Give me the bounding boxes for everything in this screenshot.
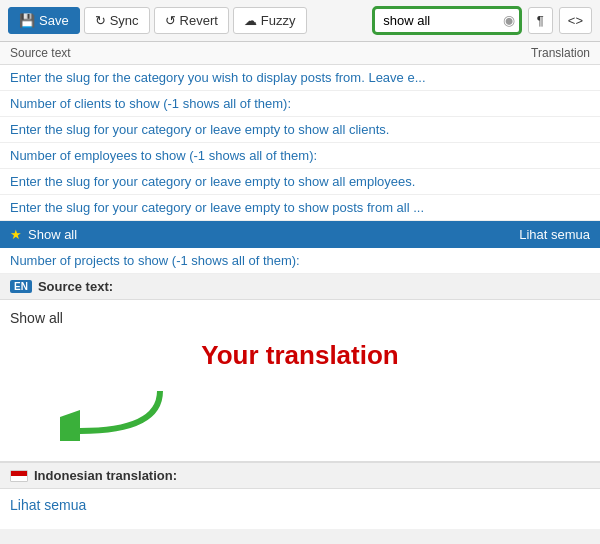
selected-row-left: ★ Show all — [10, 227, 77, 242]
source-rows: Enter the slug for the category you wish… — [0, 65, 600, 221]
code-icon: <> — [568, 13, 583, 28]
list-item[interactable]: Number of employees to show (-1 shows al… — [0, 143, 600, 169]
row-text: Enter the slug for your category or leav… — [10, 122, 389, 137]
list-item[interactable]: Number of clients to show (-1 shows all … — [0, 91, 600, 117]
sync-button[interactable]: ↻ Sync — [84, 7, 150, 34]
table-header: Source text Translation — [0, 42, 600, 65]
save-icon: 💾 — [19, 13, 35, 28]
save-label: Save — [39, 13, 69, 28]
row-text: Enter the slug for the category you wish… — [10, 70, 426, 85]
search-container: ◉ — [372, 6, 522, 35]
sync-icon: ↻ — [95, 13, 106, 28]
code-button[interactable]: <> — [559, 7, 592, 34]
source-text-area: Show all Your translation — [0, 300, 600, 462]
sync-label: Sync — [110, 13, 139, 28]
paragraph-icon: ¶ — [537, 13, 544, 28]
list-item[interactable]: Enter the slug for your category or leav… — [0, 169, 600, 195]
selected-row-label: Show all — [28, 227, 77, 242]
paragraph-button[interactable]: ¶ — [528, 7, 553, 34]
translation-content[interactable]: Lihat semua — [0, 489, 600, 529]
lang-badge: EN — [10, 280, 32, 293]
source-section-label: Source text: — [38, 279, 113, 294]
row-text: Enter the slug for your category or leav… — [10, 174, 415, 189]
source-section-header: EN Source text: — [0, 274, 600, 300]
selected-row-translation: Lihat semua — [519, 227, 590, 242]
sub-info-row[interactable]: Number of projects to show (-1 shows all… — [0, 248, 600, 274]
fuzzy-button[interactable]: ☁ Fuzzy — [233, 7, 307, 34]
fuzzy-label: Fuzzy — [261, 13, 296, 28]
list-item[interactable]: Enter the slug for your category or leav… — [0, 117, 600, 143]
translation-value: Lihat semua — [10, 497, 86, 513]
search-input[interactable] — [375, 9, 495, 32]
list-item[interactable]: Enter the slug for the category you wish… — [0, 65, 600, 91]
source-text-value: Show all — [10, 310, 590, 326]
translation-header: Translation — [531, 46, 590, 60]
selected-row[interactable]: ★ Show all Lihat semua — [0, 221, 600, 248]
row-text: Number of clients to show (-1 shows all … — [10, 96, 291, 111]
search-wrapper: ◉ ¶ <> — [372, 6, 592, 35]
revert-icon: ↺ — [165, 13, 176, 28]
your-translation-label: Your translation — [10, 326, 590, 371]
translation-section-label: Indonesian translation: — [34, 468, 177, 483]
clear-search-button[interactable]: ◉ — [499, 12, 519, 28]
sub-row-text: Number of projects to show (-1 shows all… — [10, 253, 300, 268]
star-icon: ★ — [10, 227, 22, 242]
translation-section-header: Indonesian translation: — [0, 462, 600, 489]
arrow-container — [10, 371, 590, 451]
revert-label: Revert — [180, 13, 218, 28]
down-left-arrow-icon — [60, 381, 180, 441]
row-text: Number of employees to show (-1 shows al… — [10, 148, 317, 163]
fuzzy-icon: ☁ — [244, 13, 257, 28]
save-button[interactable]: 💾 Save — [8, 7, 80, 34]
row-text: Enter the slug for your category or leav… — [10, 200, 424, 215]
indonesian-flag-icon — [10, 470, 28, 482]
source-header: Source text — [10, 46, 71, 60]
list-item[interactable]: Enter the slug for your category or leav… — [0, 195, 600, 221]
toolbar: 💾 Save ↻ Sync ↺ Revert ☁ Fuzzy ◉ ¶ <> — [0, 0, 600, 42]
revert-button[interactable]: ↺ Revert — [154, 7, 229, 34]
